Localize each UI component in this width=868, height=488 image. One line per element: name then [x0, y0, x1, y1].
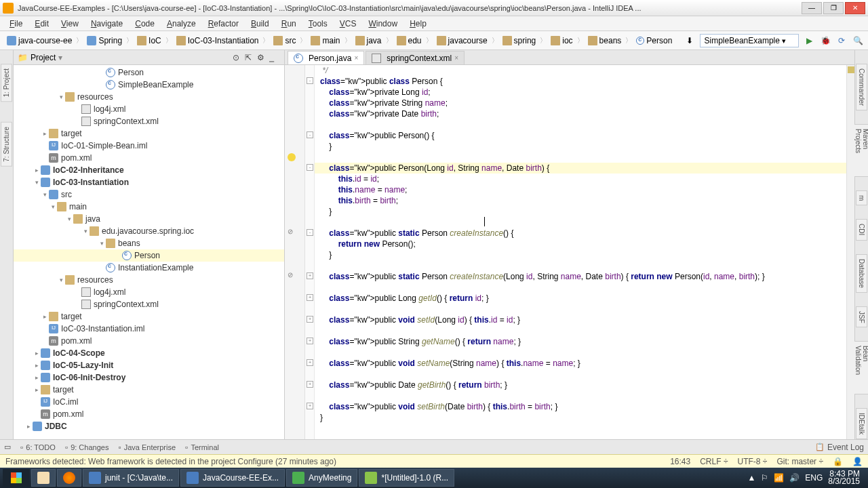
tree-row[interactable]: ▾beans — [14, 237, 284, 249]
breadcrumb-item[interactable]: edu — [394, 35, 425, 47]
lock-icon[interactable]: 🔒 — [833, 457, 843, 466]
tree-row[interactable]: Person — [14, 66, 284, 79]
tool-tab----project[interactable]: 1: Project — [1, 64, 12, 102]
breadcrumb-item[interactable]: javacourse — [434, 35, 490, 47]
tree-toggle-icon[interactable]: ▾ — [98, 240, 106, 247]
tree-row[interactable]: ▾IoC-03-Instantiation — [14, 176, 284, 188]
taskbar-item[interactable]: JavaCourse-EE-Ex... — [180, 469, 285, 487]
tool-tab-cdi[interactable]: CDI — [856, 219, 867, 240]
tray-volume-icon[interactable]: 🔊 — [789, 473, 800, 483]
tree-toggle-icon[interactable]: ▾ — [49, 203, 57, 210]
tree-row[interactable]: IJIoC-01-Simple-Bean.iml — [14, 140, 284, 152]
tree-toggle-icon[interactable]: ▸ — [33, 167, 41, 174]
menu-help[interactable]: Help — [404, 18, 432, 30]
tool-java-enterprise[interactable]: ▫ Java Enterprise — [118, 443, 176, 452]
tree-row[interactable]: mpom.xml — [14, 335, 284, 347]
breadcrumb-item[interactable]: ioc — [548, 35, 575, 47]
tree-row[interactable]: ▾main — [14, 201, 284, 213]
tree-toggle-icon[interactable]: ▾ — [81, 228, 90, 235]
hide-icon[interactable]: ⎯ — [269, 53, 279, 62]
breadcrumb-item[interactable]: beans — [585, 35, 625, 47]
override-gutter-icon[interactable]: ⊘ — [288, 271, 296, 279]
hector-icon[interactable]: 👤 — [852, 457, 863, 466]
menu-analyze[interactable]: Analyze — [161, 18, 201, 30]
fold-toggle-icon[interactable]: + — [307, 359, 313, 366]
tree-toggle-icon[interactable]: ▾ — [33, 179, 41, 186]
fold-toggle-icon[interactable]: + — [307, 294, 313, 301]
breadcrumb-item[interactable]: Spring — [84, 35, 125, 47]
breadcrumb-item[interactable]: Person — [633, 35, 675, 47]
tree-row[interactable]: springContext.xml — [14, 115, 284, 127]
menu-refactor[interactable]: Refactor — [203, 18, 244, 30]
menu-build[interactable]: Build — [245, 18, 275, 30]
tree-toggle-icon[interactable]: ▸ — [41, 313, 49, 320]
tray-lang[interactable]: ENG — [805, 473, 823, 483]
tree-row[interactable]: mpom.xml — [14, 152, 284, 164]
tree-row[interactable]: ▸IoC-04-Scope — [14, 347, 284, 359]
menu-tools[interactable]: Tools — [303, 18, 333, 30]
menu-run[interactable]: Run — [276, 18, 302, 30]
tree-row[interactable]: ▸IoC-05-Lazy-Init — [14, 359, 284, 371]
tree-row[interactable]: ▸IoC-06-Init-Destroy — [14, 371, 284, 384]
tree-toggle-icon[interactable]: ▸ — [33, 386, 41, 393]
tree-row[interactable]: InstantiationExample — [14, 262, 284, 274]
collapse-icon[interactable]: ⇱ — [245, 53, 254, 62]
override-gutter-icon[interactable]: ⊘ — [288, 228, 296, 236]
tree-row[interactable]: ▸JDBC — [14, 420, 284, 432]
build-icon[interactable]: ⬇ — [684, 35, 696, 47]
editor-tab[interactable]: Person.java× — [288, 51, 364, 64]
editor-tab[interactable]: springContext.xml× — [366, 51, 465, 64]
tree-toggle-icon[interactable]: ▸ — [41, 130, 49, 137]
tree-toggle-icon[interactable]: ▾ — [57, 277, 65, 283]
intention-bulb-icon[interactable] — [288, 153, 296, 161]
tree-row[interactable]: IJIoC.iml — [14, 396, 284, 408]
search-icon[interactable]: 🔍 — [852, 35, 864, 47]
tree-row[interactable]: ▸target — [14, 310, 284, 323]
fold-toggle-icon[interactable]: - — [307, 164, 313, 171]
tree-row[interactable]: ▸IoC-02-Inheritance — [14, 164, 284, 176]
status-encoding[interactable]: UTF-8 ÷ — [737, 457, 767, 466]
status-git[interactable]: Git: master ÷ — [776, 457, 823, 466]
taskbar-item[interactable] — [31, 469, 56, 487]
breadcrumb-item[interactable]: main — [308, 35, 342, 47]
menu-code[interactable]: Code — [130, 18, 160, 30]
tool-tab-commander[interactable]: Commander — [856, 64, 867, 110]
breadcrumb-item[interactable]: IoC-03-Instantiation — [174, 35, 262, 47]
tree-row[interactable]: ▾java — [14, 213, 284, 225]
tree-toggle-icon[interactable]: ▾ — [41, 191, 49, 198]
taskbar-item[interactable]: AnyMeeting — [286, 469, 357, 487]
breadcrumb-item[interactable]: spring — [500, 35, 539, 47]
tool-tab-m[interactable]: m — [856, 190, 867, 205]
tool-tab-bean-validation[interactable]: Bean Validation — [852, 341, 869, 394]
debug-icon[interactable]: 🐞 — [819, 35, 831, 47]
code-editor[interactable]: */class="kw">public class Person { class… — [315, 65, 846, 439]
taskbar-item[interactable] — [57, 469, 81, 487]
tree-row[interactable]: ▸target — [14, 384, 284, 396]
tree-toggle-icon[interactable]: ▸ — [24, 423, 33, 430]
tool----changes[interactable]: ▫ 9: Changes — [65, 443, 109, 452]
project-view-icon[interactable]: 📁 — [18, 53, 28, 62]
tree-row[interactable]: Person — [14, 249, 284, 262]
breadcrumb-item[interactable]: src — [271, 35, 298, 47]
locate-icon[interactable]: ⊙ — [233, 53, 242, 62]
taskbar-item[interactable]: junit - [C:\Java\te... — [83, 469, 179, 487]
tree-row[interactable]: IJIoC-03-Instantiation.iml — [14, 323, 284, 335]
tree-row[interactable]: SimpleBeanExample — [14, 79, 284, 91]
gear-icon[interactable]: ⚙ — [257, 53, 267, 62]
breadcrumb-item[interactable]: java-course-ee — [4, 35, 75, 47]
breadcrumb-item[interactable]: IoC — [134, 35, 164, 47]
fold-toggle-icon[interactable]: + — [307, 403, 313, 409]
tree-row[interactable]: log4j.xml — [14, 286, 284, 298]
run-config-selector[interactable]: SimpleBeanExample ▾ — [700, 34, 799, 47]
taskbar-item[interactable]: *[Untitled]-1.0 (R... — [359, 469, 454, 487]
tool-tab-database[interactable]: Database — [856, 254, 867, 293]
event-log-button[interactable]: 📋 Event Log — [815, 443, 864, 452]
menu-vcs[interactable]: VCS — [334, 18, 362, 30]
tool-tab-jsf[interactable]: JSF — [856, 306, 867, 328]
close-tab-icon[interactable]: × — [354, 54, 358, 62]
fold-toggle-icon[interactable]: - — [307, 131, 313, 138]
breadcrumb-item[interactable]: java — [353, 35, 384, 47]
fold-toggle-icon[interactable]: + — [307, 316, 313, 323]
tree-row[interactable]: ▾src — [14, 188, 284, 201]
tree-toggle-icon[interactable]: ▾ — [65, 216, 73, 222]
